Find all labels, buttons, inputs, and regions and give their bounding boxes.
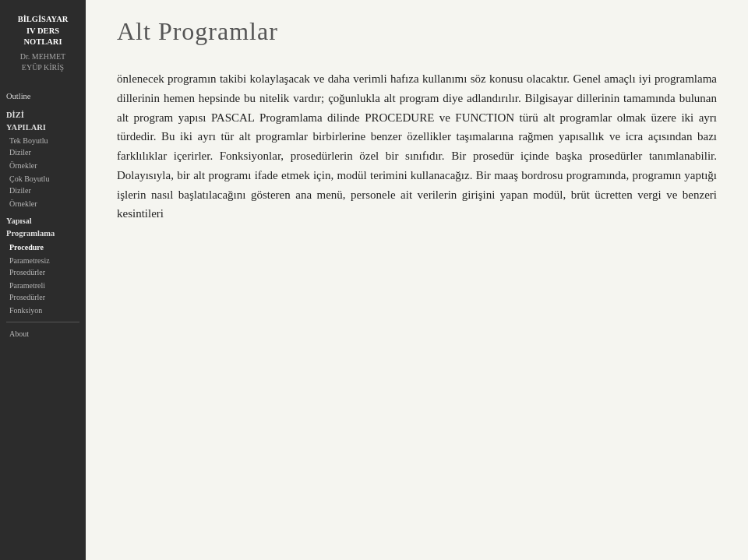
sidebar-item-parametreli[interactable]: Parametreli Prosedürler (6, 279, 79, 304)
sidebar-group-yapisal: Yapısal Programlama (6, 215, 79, 240)
sidebar-item-tek-boyutlu[interactable]: Tek Boyutlu Diziler (6, 134, 79, 159)
sidebar-item-parametresiz[interactable]: Parametresiz Prosedürler (6, 254, 79, 279)
sidebar-title: BİLGİSAYAR IV DERS NOTLARI (6, 14, 79, 48)
content-text: önlenecek programın takibi kolaylaşacak … (117, 69, 717, 224)
sidebar-item-ornekler-2[interactable]: Örnekler (6, 197, 79, 210)
sidebar-item-fonksiyon[interactable]: Fonksiyon (6, 304, 79, 317)
sidebar-item-procedure[interactable]: Procedure (6, 241, 79, 254)
content-paragraph: önlenecek programın takibi kolaylaşacak … (117, 69, 717, 224)
sidebar-group-dizi: DİZİ YAPILARI (6, 109, 79, 134)
page-header: Alt Programlar (86, 0, 748, 55)
sidebar-author: Dr. MEHMET EYÜP KİRİŞ (6, 51, 79, 73)
main-content: Alt Programlar önlenecek programın takib… (86, 0, 748, 560)
sidebar-item-about[interactable]: About (6, 327, 79, 340)
content-area: önlenecek programın takibi kolaylaşacak … (86, 55, 748, 560)
page-title: Alt Programlar (117, 17, 717, 46)
sidebar-item-ornekler-1[interactable]: Örnekler (6, 159, 79, 172)
sidebar-item-cok-boyutlu[interactable]: Çok Boyutlu Diziler (6, 172, 79, 197)
sidebar-section-outline[interactable]: Outline (6, 90, 79, 103)
sidebar-divider (6, 322, 79, 322)
sidebar: BİLGİSAYAR IV DERS NOTLARI Dr. MEHMET EY… (0, 0, 86, 560)
